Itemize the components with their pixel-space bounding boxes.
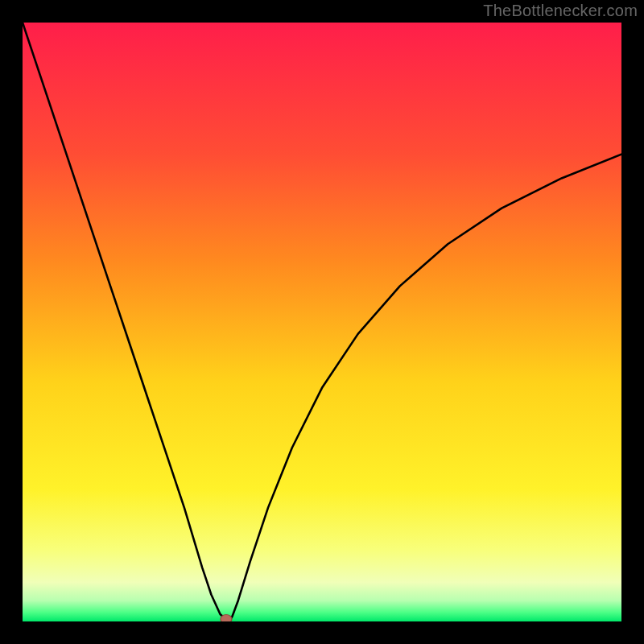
chart-frame: TheBottlenecker.com: [0, 0, 644, 644]
gradient-background: [23, 23, 621, 621]
plot-area: [23, 23, 621, 621]
optimal-point-marker: [221, 615, 232, 621]
watermark-text: TheBottlenecker.com: [483, 2, 638, 20]
chart-svg: [23, 23, 621, 621]
